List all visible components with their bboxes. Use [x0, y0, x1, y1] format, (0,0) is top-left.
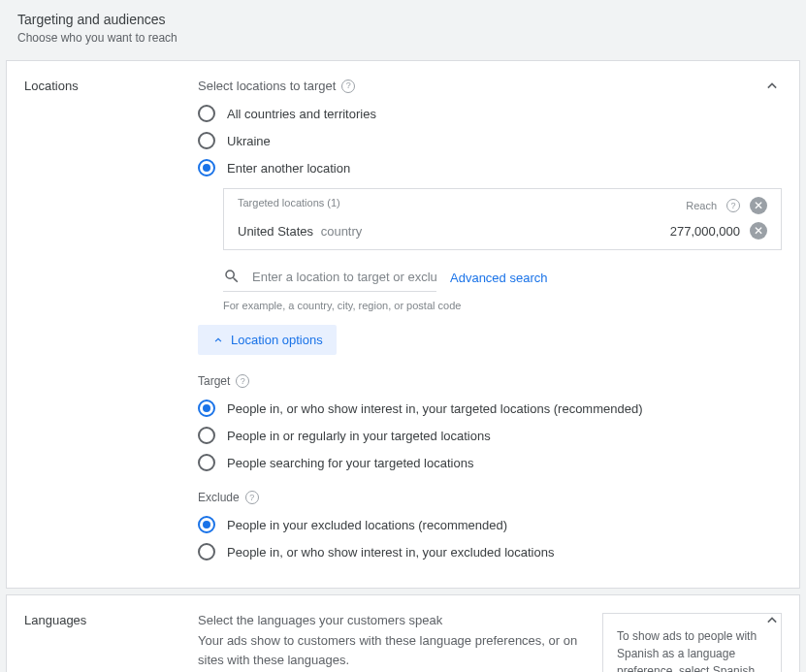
remove-location-icon[interactable]: ✕	[750, 222, 767, 240]
locations-label: Locations	[24, 79, 175, 570]
help-icon[interactable]: ?	[341, 80, 355, 93]
radio-all-countries[interactable]: All countries and territories	[198, 105, 782, 122]
targeted-location-type: country	[321, 224, 363, 239]
search-icon	[223, 268, 241, 285]
radio-label: People in, or who show interest in, your…	[227, 545, 554, 560]
radio-label: All countries and territories	[227, 107, 376, 121]
radio-target-interest[interactable]: People in, or who show interest in, your…	[198, 400, 782, 417]
radio-ukraine[interactable]: Ukraine	[198, 132, 782, 149]
reach-header: Reach	[686, 200, 717, 211]
radio-exclude-interest[interactable]: People in, or who show interest in, your…	[198, 543, 782, 560]
radio-icon	[198, 400, 215, 417]
languages-label: Languages	[24, 613, 175, 672]
radio-icon	[198, 516, 215, 533]
radio-target-regularly[interactable]: People in or regularly in your targeted …	[198, 427, 782, 444]
radio-enter-another[interactable]: Enter another location	[198, 159, 782, 176]
target-heading-text: Target	[198, 374, 230, 388]
languages-card: Languages Select the languages your cust…	[6, 594, 800, 672]
help-icon[interactable]: ?	[245, 491, 259, 504]
collapse-locations-button[interactable]	[762, 77, 782, 99]
reach-value: 277,000,000	[670, 224, 740, 239]
languages-tip-box: To show ads to people with Spanish as a …	[602, 613, 782, 672]
radio-icon	[198, 543, 215, 560]
select-locations-heading: Select locations to target ?	[198, 79, 782, 93]
location-search-wrap[interactable]	[223, 264, 436, 292]
location-search-input[interactable]	[252, 270, 436, 284]
languages-heading: Select the languages your customers spea…	[198, 613, 579, 627]
radio-icon	[198, 454, 215, 471]
radio-label: People in, or who show interest in, your…	[227, 401, 643, 416]
exclude-heading-text: Exclude	[198, 491, 240, 504]
targeted-location-row: United States country 277,000,000 ✕	[224, 218, 781, 249]
radio-icon	[198, 159, 215, 176]
select-locations-text: Select locations to target	[198, 79, 336, 93]
locations-card: Locations Select locations to target ? A…	[6, 60, 800, 589]
radio-label: People in or regularly in your targeted …	[227, 429, 491, 443]
advanced-search-link[interactable]: Advanced search	[450, 271, 547, 285]
location-options-button[interactable]: Location options	[198, 325, 337, 355]
radio-icon	[198, 132, 215, 149]
radio-icon	[198, 105, 215, 122]
page-header: Targeting and audiences Choose who you w…	[0, 0, 806, 60]
target-heading: Target ?	[198, 374, 782, 388]
location-options-label: Location options	[231, 333, 323, 347]
radio-label: Ukraine	[227, 134, 271, 148]
radio-target-searching[interactable]: People searching for your targeted locat…	[198, 454, 782, 471]
help-icon[interactable]: ?	[726, 199, 740, 212]
help-icon[interactable]: ?	[236, 374, 249, 388]
page-subtitle: Choose who you want to reach	[17, 31, 789, 45]
targeted-locations-box: Targeted locations (1) Reach ? ✕ United …	[223, 188, 782, 250]
languages-description: Your ads show to customers with these la…	[198, 631, 579, 669]
radio-label: Enter another location	[227, 161, 350, 176]
radio-label: People in your excluded locations (recom…	[227, 518, 507, 532]
radio-label: People searching for your targeted locat…	[227, 456, 473, 470]
location-example-text: For example, a country, city, region, or…	[223, 300, 782, 311]
targeted-header-left: Targeted locations (1)	[238, 197, 340, 214]
collapse-languages-button[interactable]	[762, 611, 782, 633]
tip-text: To show ads to people with Spanish as a …	[617, 629, 764, 672]
radio-exclude-in[interactable]: People in your excluded locations (recom…	[198, 516, 782, 533]
exclude-heading: Exclude ?	[198, 491, 782, 504]
radio-icon	[198, 427, 215, 444]
chevron-up-icon	[211, 334, 225, 347]
remove-all-icon[interactable]: ✕	[750, 197, 767, 214]
targeted-location-name: United States	[238, 224, 313, 239]
page-title: Targeting and audiences	[17, 12, 789, 27]
